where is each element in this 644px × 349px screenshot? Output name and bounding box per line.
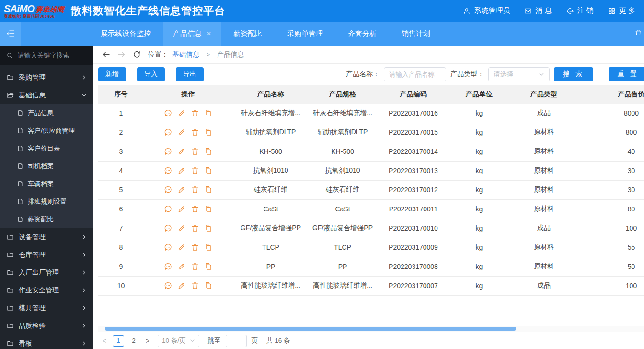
import-button[interactable]: 导入: [137, 67, 165, 81]
copy-icon[interactable]: [204, 109, 213, 117]
sidebar-item-设备管理[interactable]: 设备管理: [0, 228, 93, 246]
comment-icon[interactable]: [164, 109, 172, 117]
delete-icon[interactable]: [191, 224, 199, 233]
page-size-select[interactable]: 10 条/页: [158, 335, 199, 347]
delete-icon[interactable]: [191, 243, 199, 252]
comment-icon[interactable]: [164, 243, 172, 252]
sidebar-subitem-客户价目表[interactable]: 客户价目表: [0, 140, 93, 157]
delete-icon[interactable]: [191, 166, 199, 175]
horizontal-scrollbar[interactable]: [98, 326, 644, 332]
sidebar-item-仓库管理[interactable]: 仓库管理: [0, 246, 93, 264]
sidebar-collapse-button[interactable]: [0, 22, 21, 46]
copy-icon[interactable]: [204, 186, 213, 194]
tab-2[interactable]: 产品信息✕: [163, 22, 221, 46]
cell-actions: [144, 161, 232, 180]
delete-icon[interactable]: [191, 128, 199, 137]
user-menu[interactable]: 系统管理员: [463, 6, 510, 15]
sidebar-search-input[interactable]: [18, 52, 85, 59]
comment-icon[interactable]: [164, 147, 172, 156]
sidebar-subitem-司机档案[interactable]: 司机档案: [0, 157, 93, 175]
product-type-select[interactable]: 请选择: [488, 67, 550, 81]
page-button-1[interactable]: 1: [113, 335, 124, 347]
tab-3[interactable]: 薪资配比: [221, 22, 275, 46]
delete-icon[interactable]: [191, 186, 199, 194]
product-name-input[interactable]: [384, 67, 446, 81]
edit-icon[interactable]: [177, 281, 186, 290]
copy-icon[interactable]: [204, 205, 213, 213]
delete-icon[interactable]: [191, 262, 199, 271]
tab-close-icon[interactable]: ✕: [207, 30, 211, 37]
copy-icon[interactable]: [204, 166, 213, 175]
edit-icon[interactable]: [177, 205, 186, 213]
sidebar-subitem-客户/供应商管理[interactable]: 客户/供应商管理: [0, 122, 93, 140]
edit-icon[interactable]: [177, 224, 186, 233]
breadcrumb-parent-link[interactable]: 基础信息: [172, 50, 199, 59]
sidebar-item-采购管理[interactable]: 采购管理: [0, 69, 93, 86]
messages-button[interactable]: 消 息: [524, 6, 552, 15]
comment-icon[interactable]: [164, 186, 172, 194]
edit-icon[interactable]: [177, 166, 186, 175]
comment-icon[interactable]: [164, 166, 172, 175]
comment-icon[interactable]: [164, 128, 172, 137]
sidebar-subitem-label: 客户价目表: [28, 144, 60, 153]
sidebar-subitem-车辆档案[interactable]: 车辆档案: [0, 175, 93, 193]
reset-button[interactable]: 重 置: [609, 67, 644, 81]
edit-icon[interactable]: [177, 262, 186, 271]
comment-icon[interactable]: [164, 224, 172, 233]
export-button[interactable]: 导出: [176, 67, 204, 81]
jump-page-input[interactable]: [226, 335, 247, 347]
logo-brand: SAiMO: [4, 3, 34, 13]
more-button[interactable]: 更 多: [608, 6, 635, 15]
folder-icon: [7, 340, 14, 347]
delete-icon[interactable]: [191, 205, 199, 213]
edit-icon[interactable]: [177, 128, 186, 137]
edit-icon[interactable]: [177, 243, 186, 252]
back-icon[interactable]: [102, 50, 110, 58]
sidebar-subitem-排班规则设置[interactable]: 排班规则设置: [0, 193, 93, 210]
comment-icon[interactable]: [164, 205, 172, 213]
prev-page-button[interactable]: <: [101, 337, 108, 345]
copy-icon[interactable]: [204, 224, 213, 233]
cell-type: 原材料: [508, 199, 580, 219]
delete-icon[interactable]: [191, 147, 199, 156]
tab-6[interactable]: 销售计划: [389, 22, 443, 46]
edit-icon[interactable]: [177, 147, 186, 156]
copy-icon[interactable]: [204, 128, 213, 137]
delete-icon[interactable]: [191, 109, 199, 117]
copy-icon[interactable]: [204, 262, 213, 271]
edit-icon[interactable]: [177, 186, 186, 194]
tab-4[interactable]: 采购单管理: [275, 22, 335, 46]
page-title: 散料数智化生产线信息管控平台: [71, 4, 225, 18]
scrollbar-thumb[interactable]: [105, 327, 516, 331]
sidebar-item-看板[interactable]: 看板: [0, 335, 93, 349]
sidebar-subitem-薪资配比[interactable]: 薪资配比: [0, 210, 93, 228]
forward-icon[interactable]: [117, 50, 126, 58]
cell-unit: kg: [450, 238, 508, 257]
add-button[interactable]: 新增: [98, 67, 126, 81]
edit-icon[interactable]: [177, 109, 186, 117]
sidebar-item-模具管理[interactable]: 模具管理: [0, 299, 93, 317]
next-page-button[interactable]: >: [144, 337, 151, 345]
sidebar-item-作业安全管理[interactable]: 作业安全管理: [0, 281, 93, 299]
logout-button[interactable]: 注 销: [566, 6, 594, 15]
refresh-icon[interactable]: [133, 50, 141, 58]
sidebar-item-基础信息[interactable]: 基础信息: [0, 86, 93, 104]
copy-icon[interactable]: [204, 243, 213, 252]
sidebar-subitem-产品信息[interactable]: 产品信息: [0, 104, 93, 122]
copy-icon[interactable]: [204, 281, 213, 290]
tab-label: 展示线设备监控: [101, 29, 151, 38]
column-header-产品名称: 产品名称: [232, 85, 309, 104]
tab-1[interactable]: 展示线设备监控: [88, 22, 163, 46]
search-button[interactable]: 搜 索: [554, 67, 593, 81]
sidebar-item-品质检验[interactable]: 品质检验: [0, 317, 93, 335]
page-button-2[interactable]: 2: [128, 335, 139, 347]
tab-5[interactable]: 齐套分析: [335, 22, 389, 46]
delete-icon[interactable]: [191, 281, 199, 290]
comment-icon[interactable]: [164, 281, 172, 290]
copy-icon[interactable]: [204, 147, 213, 156]
column-header-产品编码: 产品编码: [376, 85, 450, 104]
comment-icon[interactable]: [164, 262, 172, 271]
close-all-tabs-button[interactable]: [634, 29, 642, 38]
toolbar: 新增 导入 导出 产品名称： 产品类型： 请选择 搜 索 重 置: [93, 64, 644, 85]
sidebar-item-入厂出厂管理[interactable]: 入厂出厂管理: [0, 264, 93, 281]
